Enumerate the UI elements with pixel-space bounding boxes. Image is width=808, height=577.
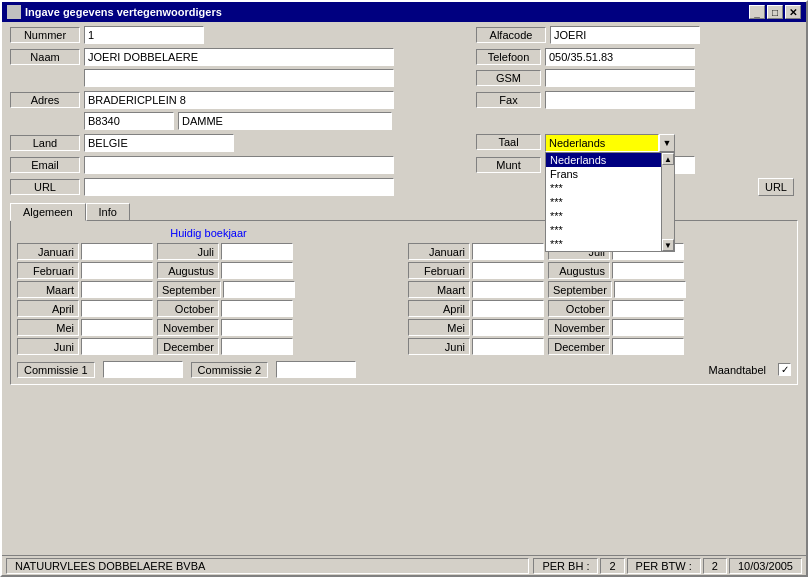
month-row-april-h: April	[17, 300, 153, 317]
october-v-input[interactable]	[612, 300, 684, 317]
october-h-input[interactable]	[221, 300, 293, 317]
form-content: Nummer 1 Alfacode Naam	[2, 22, 806, 389]
naam-label: Naam	[10, 49, 80, 65]
commissie1-input[interactable]	[103, 361, 183, 378]
tab-algemeen[interactable]: Algemeen	[10, 203, 86, 221]
maximize-button[interactable]: □	[767, 5, 783, 19]
juni-h-input[interactable]	[81, 338, 153, 355]
per-btw-value: 2	[703, 558, 727, 574]
window-icon	[7, 5, 21, 19]
scroll-down-button[interactable]: ▼	[662, 239, 674, 251]
month-row-maart-h: Maart	[17, 281, 153, 298]
adres-input[interactable]	[84, 91, 394, 109]
url-button[interactable]: URL	[758, 178, 794, 196]
vorig-month-grid: Januari Februari Maart	[408, 243, 791, 355]
februari-v-input[interactable]	[472, 262, 544, 279]
month-row-november-h: November	[157, 319, 295, 336]
status-per-bh: PER BH : 2	[533, 558, 624, 574]
naam-extra-input[interactable]	[84, 69, 394, 87]
main-window: Ingave gegevens vertegenwoordigers _ □ ✕…	[0, 0, 808, 577]
url-label: URL	[10, 179, 80, 195]
maart-v-label: Maart	[408, 281, 470, 298]
gemeente-input[interactable]	[178, 112, 392, 130]
close-button[interactable]: ✕	[785, 5, 801, 19]
november-v-input[interactable]	[612, 319, 684, 336]
month-row-october-v: October	[548, 300, 686, 317]
month-row-januari-v: Januari	[408, 243, 544, 260]
taal-option-7[interactable]: ***	[546, 237, 661, 251]
december-v-input[interactable]	[612, 338, 684, 355]
naam-input[interactable]	[84, 48, 394, 66]
december-h-label: December	[157, 338, 219, 355]
month-row-augustus-h: Augustus	[157, 262, 295, 279]
land-input[interactable]	[84, 134, 234, 152]
email-label: Email	[10, 157, 80, 173]
vorig-left-months: Januari Februari Maart	[408, 243, 544, 355]
fax-input[interactable]	[545, 91, 695, 109]
nummer-input[interactable]: 1	[84, 26, 204, 44]
month-row-november-v: November	[548, 319, 686, 336]
per-btw-label: PER BTW :	[627, 558, 701, 574]
taal-dropdown-container: ▼ Nederlands Frans *** *** *** ***	[545, 134, 675, 152]
minimize-button[interactable]: _	[749, 5, 765, 19]
juni-v-input[interactable]	[472, 338, 544, 355]
mei-h-input[interactable]	[81, 319, 153, 336]
alfacode-input[interactable]	[550, 26, 700, 44]
per-bh-value: 2	[600, 558, 624, 574]
december-h-input[interactable]	[221, 338, 293, 355]
september-v-input[interactable]	[614, 281, 686, 298]
taal-option-3[interactable]: ***	[546, 181, 661, 195]
month-row-februari-h: Februari	[17, 262, 153, 279]
taal-option-4[interactable]: ***	[546, 195, 661, 209]
november-h-input[interactable]	[221, 319, 293, 336]
tab-info[interactable]: Info	[86, 203, 130, 221]
november-v-label: November	[548, 319, 610, 336]
postcode-input[interactable]	[84, 112, 174, 130]
maart-h-input[interactable]	[81, 281, 153, 298]
taal-select[interactable]	[545, 134, 659, 152]
april-v-label: April	[408, 300, 470, 317]
huidig-boekjaar-section: Huidig boekjaar Januari Februari	[17, 227, 400, 355]
scroll-up-button[interactable]: ▲	[662, 153, 674, 165]
maandtabel-checkbox[interactable]: ✓	[778, 363, 791, 376]
juli-h-input[interactable]	[221, 243, 293, 260]
huidig-boekjaar-title: Huidig boekjaar	[17, 227, 400, 239]
commissie2-input[interactable]	[276, 361, 356, 378]
april-h-input[interactable]	[81, 300, 153, 317]
month-row-juli-h: Juli	[157, 243, 295, 260]
nummer-label: Nummer	[10, 27, 80, 43]
februari-h-input[interactable]	[81, 262, 153, 279]
taal-option-nederlands[interactable]: Nederlands	[546, 153, 661, 167]
month-row-februari-v: Februari	[408, 262, 544, 279]
augustus-v-input[interactable]	[612, 262, 684, 279]
email-input[interactable]	[84, 156, 394, 174]
taal-option-frans[interactable]: Frans	[546, 167, 661, 181]
url-input[interactable]	[84, 178, 394, 196]
taal-option-6[interactable]: ***	[546, 223, 661, 237]
mei-v-input[interactable]	[472, 319, 544, 336]
taal-dropdown-button[interactable]: ▼	[659, 134, 675, 152]
januari-v-input[interactable]	[472, 243, 544, 260]
tab-content-algemeen: Huidig boekjaar Januari Februari	[10, 220, 798, 385]
december-v-label: December	[548, 338, 610, 355]
juni-h-label: Juni	[17, 338, 79, 355]
telefoon-input[interactable]	[545, 48, 695, 66]
november-h-label: November	[157, 319, 219, 336]
telefoon-label: Telefoon	[476, 49, 541, 65]
maart-v-input[interactable]	[472, 281, 544, 298]
mei-h-label: Mei	[17, 319, 79, 336]
januari-h-input[interactable]	[81, 243, 153, 260]
september-h-label: September	[157, 281, 221, 298]
februari-v-label: Februari	[408, 262, 470, 279]
gsm-input[interactable]	[545, 69, 695, 87]
augustus-h-input[interactable]	[221, 262, 293, 279]
month-row-mei-v: Mei	[408, 319, 544, 336]
september-h-input[interactable]	[223, 281, 295, 298]
status-date: 10/03/2005	[729, 558, 802, 574]
land-label: Land	[10, 135, 80, 151]
month-row-december-v: December	[548, 338, 686, 355]
april-v-input[interactable]	[472, 300, 544, 317]
taal-option-5[interactable]: ***	[546, 209, 661, 223]
mei-v-label: Mei	[408, 319, 470, 336]
januari-v-label: Januari	[408, 243, 470, 260]
